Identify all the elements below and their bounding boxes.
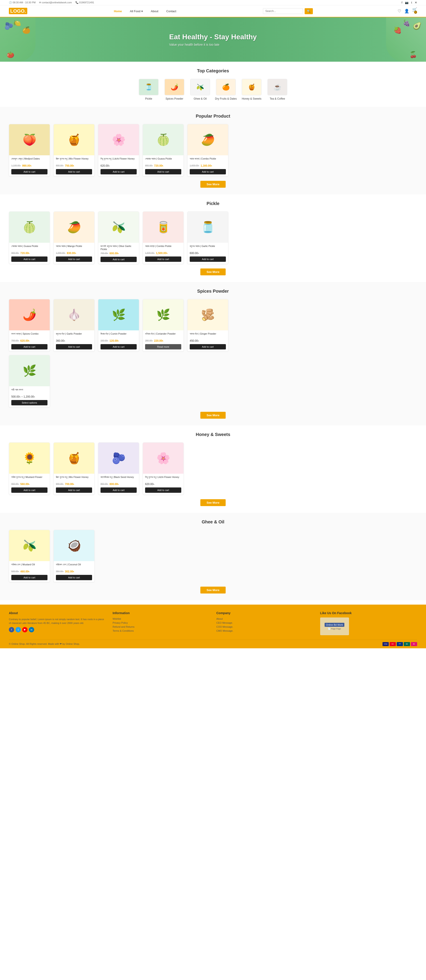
pickle-product-4-add-btn[interactable]: Add to cart bbox=[145, 256, 181, 262]
pickle-product-1-add-btn[interactable]: Add to cart bbox=[11, 256, 48, 262]
honey-product-4-info: লিচু ফুলের মধু | Litchi Flower Honey 620… bbox=[143, 474, 183, 495]
pickle-product-1-name: পেয়ারার আচার | Guava Pickle bbox=[11, 245, 48, 251]
footer-company-cmo[interactable]: CMO Message. bbox=[216, 630, 313, 632]
honey-product-3-add-btn[interactable]: Add to cart bbox=[100, 487, 137, 493]
ghee-product-2-add-btn[interactable]: Add to cart bbox=[56, 575, 92, 580]
pickle-product-5-add-btn[interactable]: Add to cart bbox=[190, 256, 226, 262]
spices-product-4-price: 280.00৳ 220.00৳ bbox=[145, 339, 181, 342]
honey-product-4-add-btn[interactable]: Add to cart bbox=[145, 487, 181, 493]
cart-icon[interactable]: 🛒 0 bbox=[412, 7, 417, 15]
footer-youtube-icon[interactable]: ▶ bbox=[22, 627, 27, 632]
category-honey[interactable]: 🍯 Honey & Sweets bbox=[240, 79, 263, 100]
pickle-product-2-price: 1,000.00৳ 830.00৳ bbox=[56, 251, 92, 255]
pickle-product-1: 🍈 পেয়ারার আচার | Guava Pickle 900.00৳ 7… bbox=[9, 212, 50, 264]
hero-fruit-1: 🫐 bbox=[5, 22, 13, 30]
pickle-product-1-info: পেয়ারার আচার | Guava Pickle 900.00৳ 720… bbox=[9, 243, 50, 264]
search-input[interactable] bbox=[263, 8, 303, 14]
ghee-product-1-name: সরিষার তেল | Mustard Oil bbox=[11, 563, 48, 569]
pickle-product-5-name: রসুনের আচার | Garlic Pickle bbox=[190, 245, 226, 251]
spices-product-3-add-btn[interactable]: Add to cart bbox=[100, 344, 137, 350]
footer-link-privacy[interactable]: Privacy Policy bbox=[113, 622, 210, 624]
popular-product-5-name: আচার কম্বো | Combo Pickle bbox=[190, 157, 226, 163]
twitter-top-link[interactable]: t bbox=[411, 1, 412, 4]
popular-product-2-add-btn[interactable]: Add to cart bbox=[56, 169, 92, 174]
footer-company-about[interactable]: About bbox=[216, 617, 313, 620]
spices-product-3-name: জিরার গুঁড়া | Cumin Powder bbox=[100, 332, 137, 338]
wishlist-icon[interactable]: ♡ bbox=[397, 9, 401, 14]
category-spices-powder[interactable]: 🌶️ Spices Powder bbox=[163, 79, 186, 100]
popular-see-more-btn[interactable]: See More bbox=[200, 181, 226, 188]
honey-product-2-add-btn[interactable]: Add to cart bbox=[56, 487, 92, 493]
pickle-product-2-add-btn[interactable]: Add to cart bbox=[56, 256, 92, 262]
footer-link-wishlist[interactable]: Wishlist bbox=[113, 617, 210, 620]
footer-facebook-page-preview[interactable]: Online Bd Work 📄 Page Page bbox=[320, 617, 349, 635]
footer-company-ceo[interactable]: CEO Message. bbox=[216, 622, 313, 624]
popular-product-2-info: মিক্স ফুলের মধু | Mix Flower Honey 900.0… bbox=[54, 155, 94, 176]
spices-extra-info: সাচী গরম মসলা 500.00৳ – 1,200.00৳ Select… bbox=[9, 386, 50, 407]
spices-product-4-read-more-btn[interactable]: Read more bbox=[145, 344, 181, 350]
categories-grid: 🫙 Pickle 🌶️ Spices Powder 🫒 Ghee & Oil 🍊… bbox=[9, 79, 417, 100]
ghee-product-1-price: 500.00৳ 460.00৳ bbox=[11, 570, 48, 573]
footer-link-refund[interactable]: Refund and Returns bbox=[113, 625, 210, 628]
time-display: 🕐 08:30 AM - 10:30 PM bbox=[9, 1, 35, 4]
payment-bk: BK bbox=[411, 642, 417, 646]
search-button[interactable]: 🔍 bbox=[305, 8, 313, 14]
email-display: ✉ contact@onlinebdwork.com bbox=[39, 1, 72, 4]
footer-linkedin-icon[interactable]: in bbox=[29, 627, 34, 632]
footer-fb-page-label: 📄 Page Page bbox=[324, 628, 344, 630]
category-spices-label: Spices Powder bbox=[165, 97, 183, 100]
popular-product-5-add-btn[interactable]: Add to cart bbox=[190, 169, 226, 174]
footer-link-terms[interactable]: Terms & Conditions bbox=[113, 630, 210, 632]
pickle-product-2: 🥭 আমের আচার | Mango Pickle 1,000.00৳ 830… bbox=[54, 212, 95, 264]
hero-fruit-8: 🍒 bbox=[409, 51, 417, 58]
footer-information-col: Information Wishlist Privacy Policy Refu… bbox=[113, 611, 210, 635]
spices-see-more-btn[interactable]: See More bbox=[200, 412, 226, 419]
spices-product-1-name: মসলা কম্বো | Spices Combo bbox=[11, 332, 48, 338]
nav-contact[interactable]: Contact bbox=[165, 9, 178, 14]
pickle-product-2-info: আমের আচার | Mango Pickle 1,000.00৳ 830.0… bbox=[54, 243, 94, 264]
footer-bottom: © Online Shop- All Rights reserved. Made… bbox=[9, 640, 417, 646]
spices-products-grid: 🌶️ মসলা কম্বো | Spices Combo 700.00৳ 620… bbox=[9, 299, 417, 352]
honey-product-1-info: সরিষা ফুলের মধু | Mustard Flower 650.00৳… bbox=[9, 474, 50, 495]
category-dry-fruits[interactable]: 🍊 Dry Fruits & Dates bbox=[215, 79, 237, 100]
honey-product-2-price: 900.00৳ 700.00৳ bbox=[56, 482, 92, 486]
popular-product-1-add-btn[interactable]: Add to cart bbox=[11, 169, 48, 174]
honey-see-more-btn[interactable]: See More bbox=[200, 499, 226, 506]
category-tea-coffee[interactable]: ☕ Tea & Coffee bbox=[266, 79, 288, 100]
popular-product-3-add-btn[interactable]: Add to cart bbox=[100, 169, 137, 174]
facebook-top-link[interactable]: f bbox=[402, 1, 402, 4]
instagram-top-link[interactable]: 📷 bbox=[405, 1, 409, 4]
footer-about-text: Contrary to popular belief, Lorem ipsum … bbox=[9, 617, 106, 625]
ghee-section: Ghee & Oil 🫒 সরিষার তেল | Mustard Oil 50… bbox=[0, 513, 426, 600]
pickle-product-4-name: আচার কম্বো | Combo Pickle bbox=[145, 245, 181, 251]
ghee-product-1: 🫒 সরিষার তেল | Mustard Oil 500.00৳ 460.0… bbox=[9, 530, 50, 582]
nav-all-food[interactable]: All Food ▾ bbox=[128, 9, 145, 14]
category-pickle[interactable]: 🫙 Pickle bbox=[138, 79, 160, 100]
ghee-see-more-btn[interactable]: See More bbox=[200, 587, 226, 593]
footer-facebook-icon[interactable]: f bbox=[9, 627, 14, 632]
spices-product-5-add-btn[interactable]: Add to cart bbox=[190, 344, 226, 350]
popular-product-4-add-btn[interactable]: Add to cart bbox=[145, 169, 181, 174]
user-icon[interactable]: 👤 bbox=[404, 9, 409, 14]
spices-product-2: 🧄 রসুনের গুঁড়া | Garlic Powder 360.00৳ … bbox=[54, 299, 95, 352]
footer-twitter-icon[interactable]: t bbox=[16, 627, 21, 632]
nav-home[interactable]: Home bbox=[112, 9, 124, 14]
hero-fruit-3: 🍊 bbox=[22, 26, 30, 34]
pickle-see-more-btn[interactable]: See More bbox=[200, 269, 226, 275]
nav-about[interactable]: About bbox=[149, 9, 160, 14]
honey-product-1-add-btn[interactable]: Add to cart bbox=[11, 487, 48, 493]
pickle-product-3-add-btn[interactable]: Add to cart bbox=[100, 257, 137, 262]
pickle-product-5-price: 600.00৳ bbox=[190, 251, 226, 255]
spices-product-2-add-btn[interactable]: Add to cart bbox=[56, 344, 92, 350]
spices-product-1-add-btn[interactable]: Add to cart bbox=[11, 344, 48, 350]
spices-section: Spices Powder 🌶️ মসলা কম্বো | Spices Com… bbox=[0, 282, 426, 425]
ghee-product-1-add-btn[interactable]: Add to cart bbox=[11, 575, 48, 580]
footer-company-coo[interactable]: COO Message. bbox=[216, 625, 313, 628]
category-dry-fruits-img: 🍊 bbox=[216, 79, 236, 95]
footer-about-title: About bbox=[9, 611, 106, 615]
footer-facebook-title: Like Us On Facebook bbox=[320, 611, 417, 615]
popular-product-3-info: লিচু ফুলের মধু | Litchi Flower Honey 620… bbox=[98, 155, 139, 176]
spices-extra-select-btn[interactable]: Select options bbox=[11, 400, 48, 406]
category-ghee-oil[interactable]: 🫒 Ghee & Oil bbox=[189, 79, 211, 100]
x-top-link[interactable]: ✕ bbox=[415, 1, 417, 4]
